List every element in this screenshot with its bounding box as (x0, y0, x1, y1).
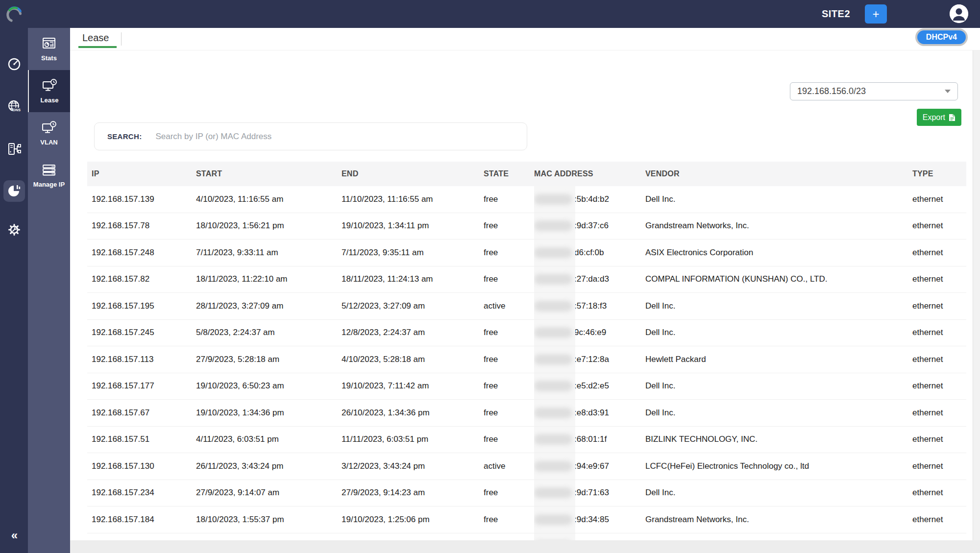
cell-ip: 192.168.157.209 (92, 533, 196, 541)
sidebar-item-lease[interactable]: Lease (28, 70, 70, 112)
server-stack-icon (42, 163, 56, 177)
cell-ip: 192.168.157.184 (92, 506, 196, 533)
cell-type: ethernet (912, 293, 966, 319)
subnet-dropdown[interactable]: 192.168.156.0/23 (790, 82, 958, 100)
dns-globe-icon[interactable]: DNS (5, 98, 23, 116)
table-row: 192.168.157.113 27/9/2023, 5:28:18 am 4/… (87, 346, 966, 373)
cell-start: 19/10/2023, 1:34:36 pm (196, 400, 342, 426)
cell-state: free (484, 186, 534, 213)
mac-redaction-blur (534, 514, 572, 525)
cell-vendor: LCFC(HeFei) Electronics Technology co., … (645, 453, 912, 480)
column-header-end: END (342, 162, 484, 186)
user-avatar-icon[interactable] (950, 4, 968, 23)
cell-mac-address: :94:e9:67 (534, 453, 645, 480)
cell-mac-address: :9d:37:c6 (534, 213, 645, 240)
table-row: 192.168.157.245 5/8/2023, 2:24:37 am 12/… (87, 320, 966, 347)
cell-end: 4/10/2023, 5:28:18 am (342, 346, 484, 373)
table-row: 192.168.157.184 18/10/2023, 1:55:37 pm 1… (87, 506, 966, 533)
add-site-button[interactable]: + (865, 4, 887, 24)
cell-ip: 192.168.157.195 (92, 293, 196, 319)
mac-redaction-blur (534, 327, 572, 338)
active-tab-underline (78, 46, 117, 48)
cell-end: 27/9/2023, 9:14:23 am (342, 480, 484, 506)
mac-suffix: :9d:71:63 (574, 488, 609, 498)
pie-chart-icon[interactable] (3, 180, 25, 202)
gauge-icon[interactable] (5, 55, 23, 73)
cell-start: 18/10/2023, 1:55:37 pm (196, 506, 342, 533)
cell-mac-address: :68:01:1f (534, 427, 645, 453)
table-row: 192.168.157.209 18/10/2023, 3:47:35 pm 2… (87, 533, 966, 541)
cell-state: free (484, 213, 534, 240)
mac-suffix: :9d:34:85 (574, 515, 609, 525)
search-input[interactable] (155, 132, 527, 142)
cell-type: ethernet (912, 213, 966, 240)
sidebar-collapse-button[interactable]: « (0, 529, 28, 542)
mac-suffix: :e5:d2:e5 (574, 381, 609, 391)
cell-start: 7/11/2023, 9:33:11 am (196, 240, 342, 266)
cell-vendor: ASIX Electronics Corporation (645, 240, 912, 266)
mac-suffix: :68:01:1f (574, 434, 607, 444)
cell-start: 19/10/2023, 6:50:23 am (196, 373, 342, 400)
cell-start: 18/10/2023, 3:47:35 pm (196, 533, 342, 541)
top-navbar: SITE2 + (0, 0, 980, 28)
mac-redaction-blur (534, 461, 572, 472)
mac-redaction-blur (534, 247, 572, 258)
sidebar-item-label: VLAN (40, 139, 57, 146)
sidebar-item-stats[interactable]: Stats (28, 28, 70, 70)
cell-state: free (484, 480, 534, 506)
cell-end: 19/10/2023, 1:34:11 pm (342, 213, 484, 240)
cell-state: free (484, 400, 534, 426)
table-row: 192.168.157.139 4/10/2023, 11:16:55 am 1… (87, 186, 966, 213)
table-row: 192.168.157.234 27/9/2023, 9:14:07 am 27… (87, 480, 966, 507)
export-button-label: Export (923, 113, 945, 122)
chevron-down-icon (945, 90, 951, 93)
primary-sidebar: DNS « (0, 28, 28, 553)
mac-redaction-blur (534, 434, 572, 445)
cell-state: free (484, 346, 534, 373)
table-row: 192.168.157.248 7/11/2023, 9:33:11 am 7/… (87, 240, 966, 266)
cell-vendor: Dell Inc. (645, 186, 912, 213)
cell-start: 5/8/2023, 2:24:37 am (196, 320, 342, 346)
cell-ip: 192.168.157.51 (92, 427, 196, 453)
mac-suffix: d6:cf:0b (574, 248, 604, 258)
dhcpv4-toggle-button[interactable]: DHCPv4 (915, 28, 968, 46)
cell-start: 18/11/2023, 11:22:10 am (196, 266, 342, 293)
cell-vendor: Dell Inc. (645, 320, 912, 346)
column-header-vendor: VENDOR (645, 162, 912, 186)
monitor-clock-icon (41, 120, 57, 135)
network-topology-icon[interactable] (5, 140, 23, 158)
cell-ip: 192.168.157.67 (92, 400, 196, 426)
export-button[interactable]: Export (917, 109, 961, 126)
cell-end: 11/11/2023, 6:03:51 pm (342, 427, 484, 453)
column-header-start: START (196, 162, 342, 186)
sidebar-item-manage-ip[interactable]: Manage IP (28, 154, 70, 196)
cell-end: 20/10/2023, 3:47:35 pm (342, 533, 484, 541)
vertical-scrollbar[interactable] (973, 50, 980, 540)
file-document-icon (949, 114, 956, 121)
cell-ip: 192.168.157.82 (92, 266, 196, 293)
cell-end: 7/11/2023, 9:35:11 am (342, 240, 484, 266)
cell-end: 12/8/2023, 2:24:37 am (342, 320, 484, 346)
table-row: 192.168.157.51 4/11/2023, 6:03:51 pm 11/… (87, 427, 966, 454)
cell-vendor: Apple, Inc. (645, 533, 912, 541)
cell-ip: 192.168.157.139 (92, 186, 196, 213)
cell-end: 19/10/2023, 1:25:06 pm (342, 506, 484, 533)
cell-end: 26/10/2023, 1:34:36 pm (342, 400, 484, 426)
table-row: 192.168.157.67 19/10/2023, 1:34:36 pm 26… (87, 400, 966, 427)
cell-vendor: Dell Inc. (645, 373, 912, 400)
cell-ip: 192.168.157.130 (92, 453, 196, 480)
cell-type: ethernet (912, 346, 966, 373)
mac-suffix: 9c:46:e9 (574, 328, 606, 337)
cell-vendor: BIZLINK TECHNOLOGY, INC. (645, 427, 912, 453)
brand-logo[interactable] (4, 3, 25, 26)
plus-icon: + (872, 8, 879, 20)
cell-end: 18/11/2023, 11:24:13 am (342, 266, 484, 293)
cell-mac-address: :57:18:f3 (534, 293, 645, 319)
tab-lease[interactable]: Lease (82, 32, 109, 44)
mac-redaction-blur (534, 220, 572, 231)
settings-gear-icon[interactable] (5, 221, 23, 239)
sidebar-item-vlan[interactable]: VLAN (28, 112, 70, 154)
cell-vendor: Grandstream Networks, Inc. (645, 213, 912, 240)
cell-ip: 192.168.157.248 (92, 240, 196, 266)
cell-type: ethernet (912, 533, 966, 541)
